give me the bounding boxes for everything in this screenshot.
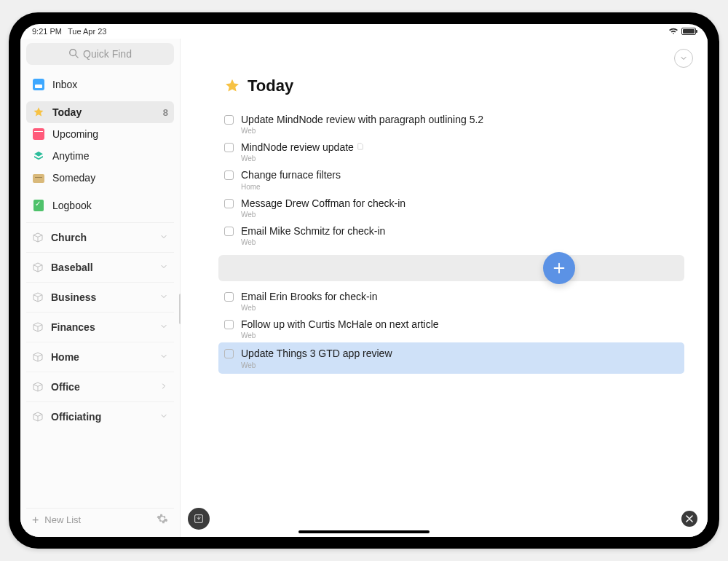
drawer-icon [32,171,45,184]
task-checkbox[interactable] [224,170,234,180]
task-tag: Web [241,127,678,135]
sidebar-item-today[interactable]: Today 8 [26,101,174,123]
task-tag: Home [241,183,678,191]
sidebar-area-baseball[interactable]: Baseball [26,252,174,282]
area-box-icon [32,411,44,423]
quick-find[interactable]: Quick Find [26,43,174,65]
task-checkbox[interactable] [224,199,234,208]
task-row[interactable]: Change furnace filtersHome [224,165,678,193]
status-date: Tue Apr 23 [68,27,106,36]
sidebar-item-inbox[interactable]: Inbox [26,74,174,95]
area-label: Church [51,232,87,243]
area-label: Baseball [51,262,93,273]
sidebar-item-label: Inbox [52,79,77,90]
task-tag: Web [241,211,678,219]
sidebar-footer: + New List [26,508,174,531]
sidebar-area-officiating[interactable]: Officiating [26,401,174,431]
sidebar-item-upcoming[interactable]: Upcoming [26,123,174,145]
area-box-icon [32,351,44,363]
svg-line-1 [76,55,79,58]
task-tag: Web [241,361,678,369]
task-checkbox[interactable] [224,349,234,358]
chevron-down-icon [159,232,168,243]
task-checkbox[interactable] [224,320,234,329]
sidebar-area-home[interactable]: Home [26,342,174,372]
task-title: Update MindNode review with paragraph ou… [241,113,678,126]
main-panel: Today Update MindNode review with paragr… [181,39,708,537]
title-row: Today [181,68,708,110]
task-title: Email Erin Brooks for check-in [241,290,678,303]
search-icon [68,48,79,60]
ipad-frame: 9:21 PM Tue Apr 23 Quick Find [9,12,719,549]
collapse-button[interactable] [674,49,693,68]
logbook-icon [32,199,45,212]
task-tag: Web [241,238,678,246]
sidebar-item-label: Anytime [52,150,90,162]
layers-icon [32,149,45,162]
task-title: Follow up with Curtis McHale on next art… [241,318,678,331]
new-task-drag-bubble[interactable] [543,252,575,284]
sidebar-area-finances[interactable]: Finances [26,312,174,342]
sidebar-item-anytime[interactable]: Anytime [26,145,174,167]
screen: 9:21 PM Tue Apr 23 Quick Find [20,24,708,537]
task-checkbox[interactable] [224,292,234,302]
plus-icon[interactable]: + [32,514,39,527]
close-button[interactable] [681,511,697,527]
area-box-icon [32,381,44,393]
task-title: Change furnace filters [241,168,678,181]
task-title: Update Things 3 GTD app review [241,347,678,360]
sidebar-area-business[interactable]: Business [26,282,174,312]
task-title: Email Mike Schmitz for check-in [241,224,678,238]
task-title: Message Drew Coffman for check-in [241,197,678,210]
sidebar-item-label: Today [52,106,82,118]
task-row[interactable]: Follow up with Curtis McHale on next art… [224,315,678,342]
task-checkbox[interactable] [224,143,234,152]
quick-find-label: Quick Find [83,48,132,60]
new-list-label[interactable]: New List [44,514,81,525]
star-icon [32,106,45,119]
calendar-icon [32,128,45,141]
gear-icon[interactable] [157,513,168,527]
sidebar-item-someday[interactable]: Someday [26,167,174,189]
task-row[interactable]: Email Erin Brooks for check-inWeb [224,287,678,315]
status-bar: 9:21 PM Tue Apr 23 [20,24,708,39]
sidebar-area-church[interactable]: Church [26,222,174,252]
task-row[interactable]: Message Drew Coffman for check-inWeb [224,194,678,221]
task-row[interactable]: MindNode review updateWeb [224,138,678,165]
chevron-down-icon [159,262,168,273]
area-label: Home [51,351,79,363]
task-row[interactable]: Update Things 3 GTD app reviewWeb [218,342,684,373]
sidebar: Quick Find Inbox Today 8 [20,39,181,537]
today-badge: 8 [163,107,168,118]
task-tag: Web [241,304,678,312]
battery-icon [681,28,696,35]
sidebar-area-office[interactable]: Office [26,372,174,401]
sidebar-scroll[interactable]: Inbox Today 8 Upcoming [26,74,174,508]
home-indicator[interactable] [298,530,430,533]
sidebar-item-label: Upcoming [52,128,98,140]
task-list: Update MindNode review with paragraph ou… [181,110,708,374]
task-tag: Web [241,154,678,162]
status-time: 9:21 PM [32,27,62,36]
task-title: MindNode review update [241,141,678,154]
area-label: Office [51,381,80,393]
task-row[interactable]: Update MindNode review with paragraph ou… [224,110,678,138]
star-icon [224,78,240,94]
chevron-down-icon [159,351,168,363]
page-title: Today [248,76,293,95]
wifi-icon [668,28,678,35]
multiselect-drop-button[interactable] [188,508,210,530]
chevron-down-icon [159,321,168,333]
drop-zone[interactable] [218,255,684,281]
area-label: Business [51,291,96,303]
task-checkbox[interactable] [224,115,234,125]
task-checkbox[interactable] [224,227,234,236]
area-label: Officiating [51,411,101,423]
sidebar-item-logbook[interactable]: Logbook [26,195,174,216]
area-label: Finances [51,321,95,333]
task-row[interactable]: Email Mike Schmitz for check-inWeb [224,221,678,249]
chevron-right-icon [159,381,168,393]
sidebar-item-label: Someday [52,172,95,184]
sidebar-item-label: Logbook [52,200,92,211]
app: Quick Find Inbox Today 8 [20,39,708,537]
